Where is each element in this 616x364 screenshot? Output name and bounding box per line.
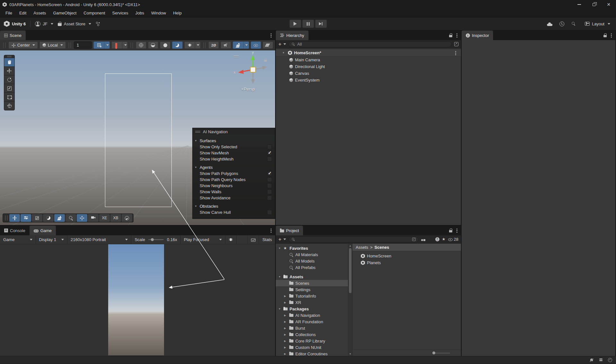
2d-view-toggle[interactable]: 2Ø	[208, 41, 219, 49]
checkbox[interactable]	[267, 177, 272, 182]
picker-window-icon[interactable]	[454, 42, 458, 46]
zoom-overlay-button[interactable]	[65, 214, 76, 222]
render-mode-button[interactable]	[148, 41, 159, 49]
project-tree-row[interactable]: Assets	[276, 273, 352, 280]
navigation-overlay-button[interactable]	[122, 214, 132, 222]
display-dropdown[interactable]: Display 1	[36, 235, 68, 244]
expand-arrow-icon[interactable]	[284, 301, 288, 304]
snap-overlay-button[interactable]	[77, 214, 87, 222]
hierarchy-row[interactable]: Directional Light	[276, 63, 461, 70]
ai-nav-row[interactable]: Show NavMesh	[193, 150, 275, 156]
project-tree-scrollbar[interactable]: ▲ ▼	[348, 244, 352, 356]
menu-item[interactable]: Window	[148, 9, 169, 17]
project-search-input[interactable]	[289, 237, 419, 242]
project-tree-row[interactable]: AR Foundation	[276, 318, 352, 325]
expand-arrow-icon[interactable]	[284, 333, 288, 336]
rect-tool-button[interactable]	[4, 92, 14, 101]
resolution-dropdown[interactable]: 2160x1080 Portrait	[67, 235, 131, 244]
minimize-button[interactable]	[572, 0, 586, 9]
search-icon[interactable]	[571, 22, 576, 26]
stats-button[interactable]: Stats	[259, 235, 275, 244]
lock-icon[interactable]	[449, 229, 453, 233]
perspective-label[interactable]: <Persp	[241, 87, 255, 91]
menu-item[interactable]: File	[2, 9, 16, 17]
ai-navigation-header[interactable]: AI Navigation	[193, 128, 275, 135]
hierarchy-row[interactable]: Main Camera	[276, 56, 461, 63]
scroll-down-icon[interactable]: ▼	[348, 353, 352, 355]
expand-arrow-icon[interactable]	[284, 314, 288, 317]
shading-mode-button[interactable]	[136, 41, 146, 49]
overlay-grip-icon[interactable]	[234, 55, 239, 58]
panel-menu-icon[interactable]	[271, 33, 272, 38]
ai-nav-row[interactable]: Agents	[193, 164, 275, 170]
status-ok-icon[interactable]	[608, 358, 612, 362]
checkbox[interactable]	[267, 183, 272, 188]
snap-dropdown[interactable]	[122, 41, 128, 49]
scene-grid-toggle[interactable]	[263, 41, 273, 49]
ai-nav-row[interactable]: Show Path Polygons	[193, 170, 275, 177]
drag-handle-icon[interactable]	[195, 130, 200, 134]
hierarchy-row[interactable]: Canvas	[276, 70, 461, 77]
panel-menu-icon[interactable]	[456, 33, 458, 38]
play-focus-dropdown[interactable]: Play Focused	[181, 235, 226, 244]
transform-tool-button[interactable]	[4, 101, 14, 110]
create-dropdown[interactable]: +	[278, 238, 286, 241]
foldout-icon[interactable]: ▼	[282, 51, 286, 54]
project-tree-row[interactable]: Scenes	[276, 280, 352, 286]
checkbox[interactable]	[267, 195, 272, 200]
panel-menu-icon[interactable]	[456, 228, 458, 233]
post-processing-toggle[interactable]	[172, 41, 183, 49]
lock-icon[interactable]	[603, 33, 607, 38]
grid-visibility-button[interactable]	[32, 214, 42, 222]
move-overlay-button[interactable]	[9, 214, 20, 222]
gizmo-lock-icon[interactable]	[264, 58, 267, 62]
project-tree-row[interactable]: AI Navigation	[276, 312, 352, 318]
camera-preview-button[interactable]	[88, 214, 99, 222]
create-dropdown[interactable]: +	[278, 42, 286, 46]
menu-item[interactable]: GameObject	[49, 9, 80, 17]
tab-game[interactable]: Game	[30, 226, 56, 235]
visibility-count[interactable]: 28	[448, 237, 458, 242]
checkbox[interactable]	[267, 189, 272, 194]
debug-draw-button[interactable]	[184, 41, 195, 49]
gizmo-overlay-button[interactable]	[54, 214, 65, 222]
toolbar-grip[interactable]	[204, 42, 206, 48]
close-button[interactable]: ✕	[601, 0, 616, 9]
cloud-icon[interactable]	[547, 22, 552, 26]
expand-arrow-icon[interactable]	[284, 340, 288, 342]
version-control-icon[interactable]	[96, 22, 100, 26]
tools-overlay-grip[interactable]	[4, 55, 14, 58]
scene-root-row[interactable]: ▼ HomeScreen*	[276, 49, 461, 56]
ai-nav-row[interactable]: Show Neighbours	[193, 183, 275, 189]
panel-menu-icon[interactable]	[611, 33, 612, 38]
scroll-up-icon[interactable]: ▲	[348, 245, 352, 247]
project-tree-row[interactable]: Favorites	[276, 245, 352, 251]
checkbox[interactable]	[267, 144, 272, 149]
slider-knob[interactable]	[151, 238, 154, 241]
project-tree-row[interactable]: XR	[276, 299, 352, 306]
account-dropdown[interactable]: JF	[35, 21, 53, 27]
maximize-button[interactable]	[586, 0, 601, 9]
project-tree-row[interactable]: Burst	[276, 325, 352, 331]
expand-arrow-icon[interactable]	[284, 346, 288, 349]
checkbox[interactable]	[267, 157, 272, 161]
toolbar-grip[interactable]	[131, 42, 133, 48]
effects-toggle[interactable]	[233, 41, 244, 49]
play-button[interactable]	[289, 20, 301, 28]
ai-nav-row[interactable]: Show Walls	[193, 189, 275, 195]
filter-by-type-icon[interactable]	[421, 237, 426, 242]
xr-environment-button[interactable]: XE	[99, 214, 110, 222]
canvas-wireframe[interactable]	[105, 74, 172, 207]
menu-item[interactable]: Edit	[16, 9, 30, 17]
filter-importance-icon[interactable]	[435, 237, 439, 241]
ai-nav-row[interactable]: Obstacles	[193, 203, 275, 209]
game-viewport[interactable]	[0, 244, 275, 356]
grid-snapping-toggle[interactable]	[93, 41, 104, 49]
ai-nav-row[interactable]: Show Only Selected	[193, 144, 275, 150]
debug-draw-dropdown[interactable]	[195, 41, 201, 49]
project-tree-row[interactable]: Editor Coroutines	[276, 351, 352, 356]
scrollbar-thumb[interactable]	[349, 248, 351, 293]
lighting-overlay-button[interactable]	[43, 214, 54, 222]
cache-server-icon[interactable]	[599, 358, 603, 362]
tab-inspector[interactable]: Inspector	[462, 30, 493, 40]
